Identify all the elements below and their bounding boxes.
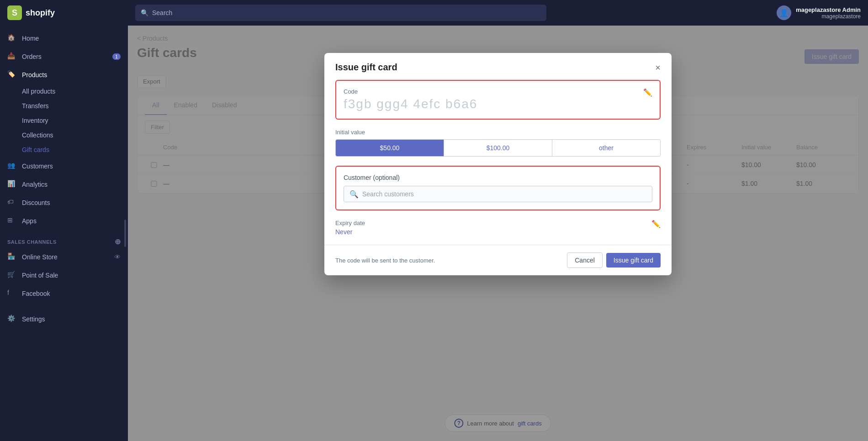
sidebar-item-label: Discounts xyxy=(22,199,50,206)
modal-title: Issue gift card xyxy=(335,62,397,73)
initial-value-section: Initial value $50.00 $100.00 other xyxy=(335,129,661,157)
sidebar-subitem-all-products[interactable]: All products xyxy=(0,84,128,99)
modal-header: Issue gift card × xyxy=(324,53,672,80)
products-icon: 🏷️ xyxy=(7,70,16,79)
customer-label: Customer (optional) xyxy=(344,174,652,181)
sidebar-item-customers[interactable]: 👥 Customers xyxy=(0,157,128,175)
user-area: 👤 mageplazastore Admin mageplazastore xyxy=(777,5,861,20)
sidebar-item-home[interactable]: 🏠 Home xyxy=(0,29,128,47)
user-info: mageplazastore Admin mageplazastore xyxy=(796,6,861,20)
value-option-100[interactable]: $100.00 xyxy=(444,140,552,156)
sidebar-item-label: Facebook xyxy=(22,290,50,297)
sidebar-subitem-collections[interactable]: Collections xyxy=(0,128,128,142)
expiry-value: Never xyxy=(335,228,661,236)
code-label: Code xyxy=(344,88,652,95)
sidebar-item-label: Home xyxy=(22,35,39,42)
cancel-button[interactable]: Cancel xyxy=(567,252,603,268)
modal-body: Code f3gb ggg4 4efc b6a6 ✏️ Initial valu… xyxy=(324,80,672,245)
add-sales-channel-icon[interactable]: ⊕ xyxy=(115,237,121,246)
sidebar-item-facebook[interactable]: f Facebook xyxy=(0,284,128,303)
expiry-edit-icon[interactable]: ✏️ xyxy=(651,220,661,228)
sidebar: 🏠 Home 📥 Orders 1 🏷️ Products All produc… xyxy=(0,26,128,441)
facebook-icon: f xyxy=(7,289,16,298)
modal-footer: The code will be sent to the customer. C… xyxy=(324,245,672,275)
sidebar-subitem-transfers[interactable]: Transfers xyxy=(0,99,128,113)
expiry-section: Expiry date Never ✏️ xyxy=(335,220,661,236)
avatar: 👤 xyxy=(777,5,791,20)
sidebar-item-discounts[interactable]: 🏷 Discounts xyxy=(0,194,128,212)
analytics-icon: 📊 xyxy=(7,180,16,189)
sidebar-item-label: Apps xyxy=(22,217,37,225)
sidebar-item-orders[interactable]: 📥 Orders 1 xyxy=(0,47,128,66)
customer-section: Customer (optional) 🔍 xyxy=(335,166,661,210)
search-customers-container: 🔍 xyxy=(344,186,652,202)
value-option-50[interactable]: $50.00 xyxy=(336,140,444,156)
logo-area: S shopify xyxy=(7,5,135,20)
code-value: f3gb ggg4 4efc b6a6 xyxy=(344,97,652,111)
orders-badge: 1 xyxy=(112,53,121,60)
expiry-label: Expiry date xyxy=(335,220,661,226)
value-options: $50.00 $100.00 other xyxy=(335,139,661,157)
logo-text: shopify xyxy=(26,8,55,18)
sidebar-item-label: Orders xyxy=(22,53,42,60)
settings-icon: ⚙️ xyxy=(7,315,16,324)
shopify-logo-icon: S xyxy=(7,5,22,20)
sidebar-item-label: Point of Sale xyxy=(22,272,58,279)
pos-icon: 🛒 xyxy=(7,271,16,280)
sidebar-subitem-gift-cards[interactable]: Gift cards xyxy=(0,142,128,157)
sidebar-subitem-inventory[interactable]: Inventory xyxy=(0,113,128,128)
orders-icon: 📥 xyxy=(7,52,16,61)
footer-note: The code will be sent to the customer. xyxy=(335,257,435,264)
user-name: mageplazastore Admin xyxy=(796,6,861,13)
sidebar-item-products[interactable]: 🏷️ Products xyxy=(0,66,128,84)
user-store: mageplazastore xyxy=(796,13,861,20)
search-customers-input[interactable] xyxy=(362,190,646,198)
modal-close-button[interactable]: × xyxy=(655,63,661,72)
issue-gift-card-modal-button[interactable]: Issue gift card xyxy=(606,253,661,268)
search-customers-icon: 🔍 xyxy=(349,190,359,199)
footer-actions: Cancel Issue gift card xyxy=(567,252,661,268)
content-area: < Products Gift cards Issue gift card Ex… xyxy=(128,26,868,441)
initial-value-label: Initial value xyxy=(335,129,661,136)
online-store-icon: 🏪 xyxy=(7,252,16,262)
apps-icon: ⊞ xyxy=(7,216,16,226)
sidebar-item-apps[interactable]: ⊞ Apps xyxy=(0,212,128,230)
sidebar-item-settings[interactable]: ⚙️ Settings xyxy=(0,310,128,328)
value-option-other[interactable]: other xyxy=(552,140,660,156)
modal-overlay: Issue gift card × Code f3gb ggg4 4efc b6… xyxy=(128,26,868,441)
scroll-indicator xyxy=(124,220,126,247)
sidebar-item-label: Products xyxy=(22,71,47,79)
home-icon: 🏠 xyxy=(7,34,16,43)
modal-issue-gift-card: Issue gift card × Code f3gb ggg4 4efc b6… xyxy=(324,53,672,275)
search-icon: 🔍 xyxy=(141,9,148,16)
sidebar-item-label: Analytics xyxy=(22,181,48,188)
sales-channels-label: SALES CHANNELS ⊕ xyxy=(0,230,128,248)
sidebar-item-analytics[interactable]: 📊 Analytics xyxy=(0,175,128,194)
search-bar[interactable]: 🔍 xyxy=(135,5,546,21)
customers-icon: 👥 xyxy=(7,162,16,171)
discounts-icon: 🏷 xyxy=(7,198,16,207)
sidebar-item-label: Online Store xyxy=(22,253,58,261)
code-edit-icon[interactable]: ✏️ xyxy=(643,88,652,97)
top-nav: S shopify 🔍 👤 mageplazastore Admin magep… xyxy=(0,0,868,26)
eye-icon: 👁 xyxy=(114,253,121,261)
sidebar-item-point-of-sale[interactable]: 🛒 Point of Sale xyxy=(0,266,128,284)
sidebar-item-online-store[interactable]: 🏪 Online Store 👁 xyxy=(0,248,128,266)
sidebar-item-label: Customers xyxy=(22,163,53,170)
sidebar-item-label: Settings xyxy=(22,315,45,323)
code-section: Code f3gb ggg4 4efc b6a6 ✏️ xyxy=(335,80,661,120)
main-layout: 🏠 Home 📥 Orders 1 🏷️ Products All produc… xyxy=(0,26,868,441)
search-input[interactable] xyxy=(152,9,541,16)
